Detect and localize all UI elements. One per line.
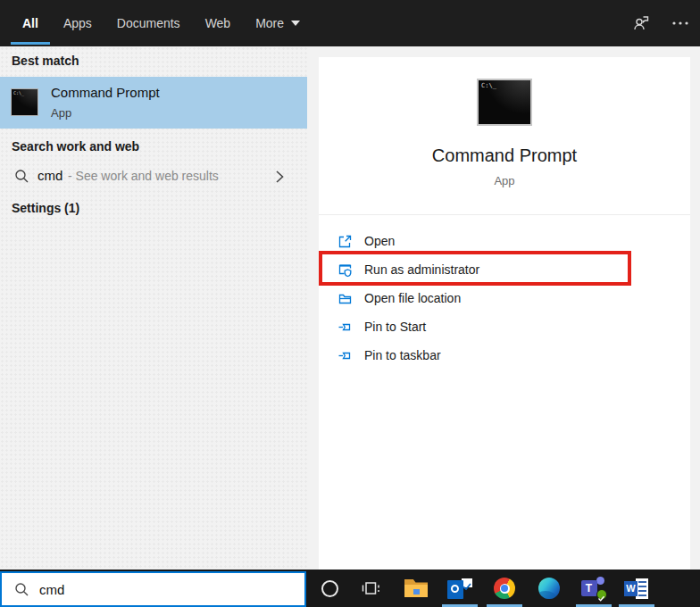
search-input[interactable] [39, 582, 280, 597]
action-label: Pin to Start [364, 320, 426, 334]
tab-documents-label: Documents [117, 16, 180, 30]
web-query-suffix: - See work and web results [68, 169, 219, 183]
search-icon [14, 169, 29, 187]
search-icon [14, 582, 29, 597]
search-web-header: Search work and web [12, 139, 139, 154]
prompt-glyph: C:\_ [481, 82, 496, 89]
outlook-icon[interactable] [442, 570, 478, 607]
tab-documents[interactable]: Documents [105, 0, 192, 46]
pin-icon [338, 320, 353, 335]
web-query-text: cmd [38, 168, 62, 183]
pin-icon [338, 348, 353, 363]
result-type: App [51, 106, 71, 120]
word-icon[interactable]: W [619, 570, 654, 607]
action-label: Open [364, 234, 395, 248]
command-prompt-icon: C:\_ [477, 79, 532, 126]
tab-more[interactable]: More [244, 0, 312, 46]
preview-title: Command Prompt [319, 146, 690, 166]
search-flyout-topbar: All Apps Documents Web More [0, 0, 700, 46]
action-open-file-location[interactable]: Open file location [319, 287, 690, 310]
action-label: Pin to taskbar [364, 348, 441, 362]
tab-apps-label: Apps [63, 16, 92, 30]
tab-more-label: More [255, 16, 284, 30]
search-results-pane: Best match C:\_ Command Prompt App Searc… [0, 46, 307, 571]
edge-icon[interactable] [531, 570, 567, 607]
admin-shield-icon [338, 262, 353, 278]
action-label: Run as administrator [364, 262, 479, 277]
more-options-icon[interactable] [661, 0, 700, 46]
teams-icon[interactable]: T [576, 570, 612, 607]
web-search-result[interactable]: cmd - See work and web results [0, 159, 307, 196]
prompt-glyph: C:\_ [13, 90, 24, 96]
action-pin-to-taskbar[interactable]: Pin to taskbar [319, 344, 690, 367]
action-pin-to-start[interactable]: Pin to Start [319, 315, 690, 338]
chevron-down-icon [291, 21, 300, 26]
divider [319, 214, 690, 215]
taskbar-search-box[interactable] [0, 571, 306, 607]
chrome-icon[interactable] [487, 570, 522, 607]
tab-apps[interactable]: Apps [52, 0, 104, 46]
open-external-icon [338, 234, 353, 249]
tab-all-label: All [22, 16, 38, 30]
action-run-as-administrator[interactable]: Run as administrator [319, 258, 690, 281]
tab-web[interactable]: Web [194, 0, 243, 46]
tab-all[interactable]: All [11, 0, 50, 46]
search-filter-tabs: All Apps Documents Web More [11, 0, 312, 46]
action-open[interactable]: Open [319, 229, 690, 253]
best-match-header: Best match [12, 54, 79, 68]
chevron-right-icon[interactable] [272, 169, 287, 188]
preview-type: App [319, 174, 690, 187]
result-preview-panel: C:\_ Command Prompt App Open Run as admi… [319, 57, 690, 570]
tab-web-label: Web [205, 16, 231, 30]
task-view-icon[interactable] [353, 570, 388, 607]
file-location-icon [338, 291, 353, 306]
command-prompt-icon: C:\_ [11, 88, 38, 116]
best-match-result-command-prompt[interactable]: C:\_ Command Prompt App [0, 77, 307, 129]
result-title: Command Prompt [51, 85, 160, 100]
file-explorer-icon[interactable] [398, 570, 434, 607]
settings-header: Settings (1) [12, 201, 79, 215]
user-feedback-icon[interactable] [621, 0, 661, 46]
action-label: Open file location [364, 291, 461, 305]
cortana-icon[interactable] [312, 570, 347, 607]
